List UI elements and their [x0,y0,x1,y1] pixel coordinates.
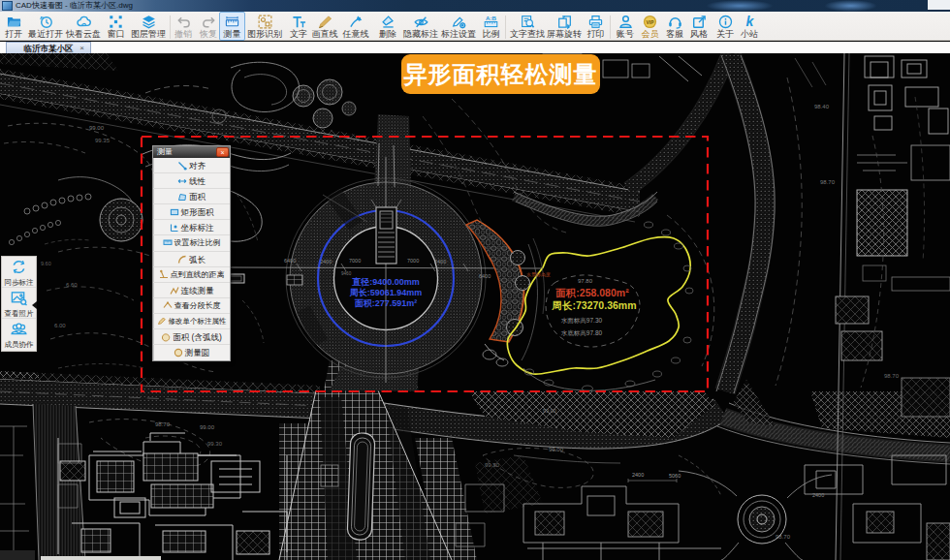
svg-text:99.30: 99.30 [207,441,223,447]
svg-text:99.30: 99.30 [485,462,500,468]
svg-text:6400: 6400 [284,258,296,264]
svg-text:7000: 7000 [349,258,361,264]
svg-text:面积:258.080m²: 面积:258.080m² [554,287,629,298]
svg-text:97.80: 97.80 [578,278,593,284]
svg-text:水面标高97.30: 水面标高97.30 [561,317,603,325]
svg-text:98.70: 98.70 [155,421,171,427]
svg-text:98.70: 98.70 [884,373,900,379]
svg-text:99.35: 99.35 [95,138,111,143]
svg-text:6400: 6400 [479,273,491,279]
svg-text:2400: 2400 [812,492,824,498]
svg-text:周长:73270.36mm: 周长:73270.36mm [552,299,637,311]
svg-text:99.00: 99.00 [200,424,215,430]
svg-text:9460: 9460 [341,271,352,276]
svg-text:k: k [745,15,754,29]
svg-text:98.70: 98.70 [776,534,791,540]
svg-text:99.00: 99.00 [89,125,105,131]
svg-text:2400: 2400 [632,472,644,478]
svg-text:99.00: 99.00 [549,447,564,452]
svg-text:面积:277.591m²: 面积:277.591m² [355,298,418,308]
svg-text:周长:59061.94mm: 周长:59061.94mm [349,288,423,297]
svg-text:99.00: 99.00 [543,408,556,414]
svg-text:9.60: 9.60 [41,261,51,266]
svg-text:水景标高度: 水景标高度 [526,271,551,278]
svg-text:7000: 7000 [407,258,419,264]
svg-text:98.40: 98.40 [814,104,830,109]
svg-text:直径:9400.00mm: 直径:9400.00mm [351,277,420,287]
svg-text:5060: 5060 [669,473,681,479]
svg-text:2400: 2400 [434,259,446,264]
svg-text:6.00: 6.00 [54,323,66,328]
svg-text:水底标高97.80: 水底标高97.80 [561,329,603,337]
svg-text:98.70: 98.70 [820,179,836,185]
svg-text:2400: 2400 [320,259,332,264]
svg-text:A:B: A:B [486,15,496,21]
svg-text:6.60: 6.60 [66,282,78,288]
svg-text:VIP: VIP [647,20,655,25]
